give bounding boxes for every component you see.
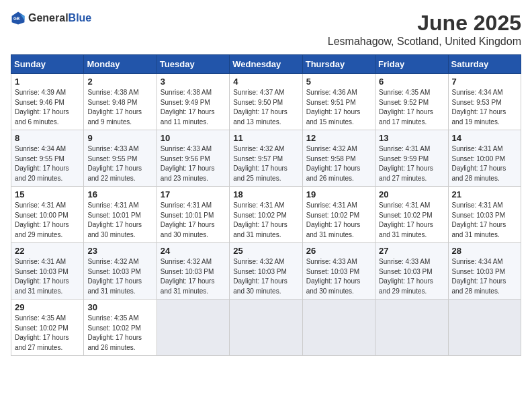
- calendar-cell: 26 Sunrise: 4:33 AMSunset: 10:03 PMDayli…: [302, 243, 375, 300]
- day-detail: Sunrise: 4:37 AMSunset: 9:50 PMDaylight:…: [233, 89, 287, 126]
- day-number: 10: [161, 133, 226, 143]
- calendar-cell: 1 Sunrise: 4:39 AMSunset: 9:46 PMDayligh…: [11, 74, 84, 130]
- calendar-cell: 10 Sunrise: 4:33 AMSunset: 9:56 PMDaylig…: [157, 130, 229, 187]
- logo: GB GeneralBlue: [11, 11, 91, 26]
- day-number: 27: [379, 246, 444, 256]
- day-number: 9: [87, 133, 152, 143]
- calendar-cell: 5 Sunrise: 4:36 AMSunset: 9:51 PMDayligh…: [302, 74, 375, 130]
- day-detail: Sunrise: 4:33 AMSunset: 10:03 PMDaylight…: [306, 258, 361, 295]
- calendar-cell: [157, 300, 229, 356]
- day-number: 29: [15, 302, 80, 312]
- calendar-cell: 11 Sunrise: 4:32 AMSunset: 9:57 PMDaylig…: [230, 130, 302, 187]
- logo-general: GeneralBlue: [28, 12, 91, 24]
- calendar-cell: 15 Sunrise: 4:31 AMSunset: 10:00 PMDayli…: [11, 187, 84, 243]
- calendar-cell: 4 Sunrise: 4:37 AMSunset: 9:50 PMDayligh…: [230, 74, 302, 130]
- day-detail: Sunrise: 4:33 AMSunset: 9:56 PMDaylight:…: [161, 145, 215, 182]
- day-detail: Sunrise: 4:32 AMSunset: 9:57 PMDaylight:…: [233, 145, 287, 182]
- calendar-cell: 24 Sunrise: 4:32 AMSunset: 10:03 PMDayli…: [157, 243, 229, 300]
- day-number: 15: [15, 189, 80, 199]
- day-number: 3: [161, 77, 226, 87]
- calendar-cell: 13 Sunrise: 4:31 AMSunset: 9:59 PMDaylig…: [375, 130, 448, 187]
- calendar-cell: 28 Sunrise: 4:34 AMSunset: 10:03 PMDayli…: [448, 243, 521, 300]
- calendar-week-row: 29 Sunrise: 4:35 AMSunset: 10:02 PMDayli…: [11, 300, 521, 356]
- day-number: 19: [306, 189, 371, 199]
- day-detail: Sunrise: 4:32 AMSunset: 10:03 PMDaylight…: [87, 258, 142, 295]
- day-detail: Sunrise: 4:31 AMSunset: 10:02 PMDaylight…: [306, 201, 361, 238]
- day-number: 28: [452, 246, 517, 256]
- day-header-wednesday: Wednesday: [230, 55, 302, 74]
- calendar-cell: [448, 300, 521, 356]
- day-detail: Sunrise: 4:31 AMSunset: 10:03 PMDaylight…: [452, 201, 506, 238]
- day-detail: Sunrise: 4:31 AMSunset: 10:00 PMDaylight…: [452, 145, 506, 182]
- day-number: 21: [452, 189, 517, 199]
- calendar-week-row: 15 Sunrise: 4:31 AMSunset: 10:00 PMDayli…: [11, 187, 521, 243]
- day-header-saturday: Saturday: [448, 55, 521, 74]
- day-number: 13: [379, 133, 444, 143]
- calendar-cell: 20 Sunrise: 4:31 AMSunset: 10:02 PMDayli…: [375, 187, 448, 243]
- calendar-cell: 29 Sunrise: 4:35 AMSunset: 10:02 PMDayli…: [11, 300, 84, 356]
- day-header-sunday: Sunday: [11, 55, 84, 74]
- day-number: 18: [233, 189, 298, 199]
- day-header-tuesday: Tuesday: [157, 55, 229, 74]
- calendar-cell: 18 Sunrise: 4:31 AMSunset: 10:02 PMDayli…: [230, 187, 302, 243]
- day-detail: Sunrise: 4:35 AMSunset: 10:02 PMDaylight…: [15, 314, 69, 351]
- calendar-cell: 8 Sunrise: 4:34 AMSunset: 9:55 PMDayligh…: [11, 130, 84, 187]
- calendar-cell: [302, 300, 375, 356]
- day-detail: Sunrise: 4:31 AMSunset: 9:59 PMDaylight:…: [379, 145, 433, 182]
- day-detail: Sunrise: 4:39 AMSunset: 9:46 PMDaylight:…: [15, 89, 69, 126]
- day-detail: Sunrise: 4:36 AMSunset: 9:51 PMDaylight:…: [306, 89, 361, 126]
- day-number: 12: [306, 133, 371, 143]
- day-number: 1: [15, 77, 80, 87]
- day-detail: Sunrise: 4:34 AMSunset: 10:03 PMDaylight…: [452, 258, 506, 295]
- calendar-cell: 19 Sunrise: 4:31 AMSunset: 10:02 PMDayli…: [302, 187, 375, 243]
- page-title: June 2025: [328, 11, 521, 36]
- day-detail: Sunrise: 4:32 AMSunset: 10:03 PMDaylight…: [233, 258, 287, 295]
- day-detail: Sunrise: 4:33 AMSunset: 9:55 PMDaylight:…: [87, 145, 142, 182]
- day-detail: Sunrise: 4:31 AMSunset: 10:01 PMDaylight…: [161, 201, 215, 238]
- calendar-cell: [230, 300, 302, 356]
- calendar-cell: 22 Sunrise: 4:31 AMSunset: 10:03 PMDayli…: [11, 243, 84, 300]
- calendar-cell: 16 Sunrise: 4:31 AMSunset: 10:01 PMDayli…: [84, 187, 157, 243]
- day-detail: Sunrise: 4:34 AMSunset: 9:55 PMDaylight:…: [15, 145, 69, 182]
- calendar-cell: 9 Sunrise: 4:33 AMSunset: 9:55 PMDayligh…: [84, 130, 157, 187]
- day-detail: Sunrise: 4:31 AMSunset: 10:02 PMDaylight…: [379, 201, 433, 238]
- calendar-week-row: 22 Sunrise: 4:31 AMSunset: 10:03 PMDayli…: [11, 243, 521, 300]
- day-detail: Sunrise: 4:38 AMSunset: 9:49 PMDaylight:…: [161, 89, 215, 126]
- day-number: 23: [87, 246, 152, 256]
- calendar-cell: [375, 300, 448, 356]
- calendar-header-row: SundayMondayTuesdayWednesdayThursdayFrid…: [11, 55, 521, 74]
- day-number: 30: [87, 302, 152, 312]
- day-detail: Sunrise: 4:32 AMSunset: 9:58 PMDaylight:…: [306, 145, 361, 182]
- calendar-cell: 23 Sunrise: 4:32 AMSunset: 10:03 PMDayli…: [84, 243, 157, 300]
- day-detail: Sunrise: 4:33 AMSunset: 10:03 PMDaylight…: [379, 258, 433, 295]
- page-subtitle: Lesmahagow, Scotland, United Kingdom: [328, 36, 521, 48]
- day-detail: Sunrise: 4:31 AMSunset: 10:00 PMDaylight…: [15, 201, 69, 238]
- day-number: 11: [233, 133, 298, 143]
- day-header-thursday: Thursday: [302, 55, 375, 74]
- day-detail: Sunrise: 4:31 AMSunset: 10:01 PMDaylight…: [87, 201, 142, 238]
- day-detail: Sunrise: 4:38 AMSunset: 9:48 PMDaylight:…: [87, 89, 142, 126]
- calendar-cell: 6 Sunrise: 4:35 AMSunset: 9:52 PMDayligh…: [375, 74, 448, 130]
- day-header-monday: Monday: [84, 55, 157, 74]
- day-detail: Sunrise: 4:35 AMSunset: 10:02 PMDaylight…: [87, 314, 142, 351]
- calendar-cell: 21 Sunrise: 4:31 AMSunset: 10:03 PMDayli…: [448, 187, 521, 243]
- calendar-cell: 2 Sunrise: 4:38 AMSunset: 9:48 PMDayligh…: [84, 74, 157, 130]
- day-detail: Sunrise: 4:34 AMSunset: 9:53 PMDaylight:…: [452, 89, 506, 126]
- day-detail: Sunrise: 4:31 AMSunset: 10:03 PMDaylight…: [15, 258, 69, 295]
- day-number: 25: [233, 246, 298, 256]
- day-number: 26: [306, 246, 371, 256]
- calendar-cell: 3 Sunrise: 4:38 AMSunset: 9:49 PMDayligh…: [157, 74, 229, 130]
- calendar-cell: 17 Sunrise: 4:31 AMSunset: 10:01 PMDayli…: [157, 187, 229, 243]
- day-detail: Sunrise: 4:32 AMSunset: 10:03 PMDaylight…: [161, 258, 215, 295]
- calendar-week-row: 1 Sunrise: 4:39 AMSunset: 9:46 PMDayligh…: [11, 74, 521, 130]
- day-detail: Sunrise: 4:35 AMSunset: 9:52 PMDaylight:…: [379, 89, 433, 126]
- logo-icon: GB: [11, 11, 26, 26]
- day-number: 7: [452, 77, 517, 87]
- day-number: 14: [452, 133, 517, 143]
- calendar-cell: 25 Sunrise: 4:32 AMSunset: 10:03 PMDayli…: [230, 243, 302, 300]
- calendar-cell: 27 Sunrise: 4:33 AMSunset: 10:03 PMDayli…: [375, 243, 448, 300]
- calendar-table: SundayMondayTuesdayWednesdayThursdayFrid…: [11, 54, 521, 356]
- header: GB GeneralBlue June 2025 Lesmahagow, Sco…: [11, 11, 521, 48]
- calendar-cell: 7 Sunrise: 4:34 AMSunset: 9:53 PMDayligh…: [448, 74, 521, 130]
- day-header-friday: Friday: [375, 55, 448, 74]
